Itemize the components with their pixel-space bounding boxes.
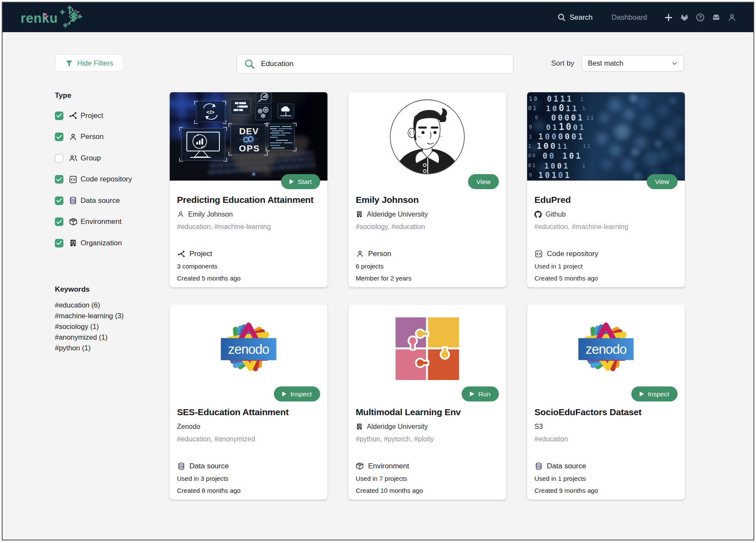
card-body: SocioEduFactors Dataset S3 #education Da… xyxy=(527,393,685,494)
result-title[interactable]: SocioEduFactors Dataset xyxy=(534,407,678,417)
hide-filters-button[interactable]: Hide Filters xyxy=(55,54,123,72)
result-owner-label[interactable]: S3 xyxy=(534,423,543,431)
code-repository-icon xyxy=(69,175,78,184)
code-repository-icon xyxy=(534,250,543,258)
result-owner-label[interactable]: Alderidge University xyxy=(367,211,428,218)
card-body: Predicting Education Attainment Emily Jo… xyxy=(170,181,327,282)
result-detail: 6 projects xyxy=(356,263,499,270)
type-filter-project[interactable]: Project xyxy=(55,111,167,120)
result-title[interactable]: EduPred xyxy=(534,195,678,205)
result-owner-label[interactable]: Zenodo xyxy=(177,423,200,431)
organization-checkbox[interactable] xyxy=(55,239,63,247)
chevron-down-icon xyxy=(672,60,678,66)
result-card-environment[interactable]: Run Multimodal Learning Env Alderidge Un… xyxy=(348,305,506,500)
building-icon xyxy=(356,423,363,430)
gitlab-icon[interactable] xyxy=(680,13,689,22)
result-card-project[interactable]: </> xyxy=(170,92,327,287)
header-icon-group: ? xyxy=(664,13,736,22)
environment-thumbnail xyxy=(348,305,506,393)
data-source-icon xyxy=(177,462,185,470)
search-bar xyxy=(237,54,513,74)
person-checkbox[interactable] xyxy=(55,133,63,141)
result-card-data-source[interactable]: zenodo Inspect SES-Education Attainment xyxy=(170,305,327,500)
data-source-icon xyxy=(69,196,78,205)
result-type-label: Data source xyxy=(189,462,229,471)
search-input[interactable] xyxy=(261,60,492,68)
type-filter-person[interactable]: Person xyxy=(55,133,167,142)
type-filter-group[interactable]: Group xyxy=(55,154,167,163)
type-filter-environment[interactable]: Environment xyxy=(55,217,167,226)
type-filter-label: Project xyxy=(81,112,103,120)
result-title[interactable]: Emily Johnson xyxy=(356,195,499,205)
help-icon[interactable]: ? xyxy=(696,13,705,22)
result-owner: Alderidge University xyxy=(356,422,499,431)
result-detail: Member for 2 years xyxy=(356,275,499,282)
environment-checkbox[interactable] xyxy=(55,217,63,226)
keyword-item[interactable]: #education (6) xyxy=(55,300,167,311)
sort-select-value: Best match xyxy=(588,59,624,67)
keyword-item[interactable]: #anonymized (1) xyxy=(55,332,167,343)
code-repository-checkbox[interactable] xyxy=(55,175,63,184)
app-window: renku xyxy=(2,2,754,540)
result-type-label: Environment xyxy=(368,462,409,471)
result-keywords: #education, #machine-learning xyxy=(177,223,320,231)
keyword-item[interactable]: #machine-learning (3) xyxy=(55,311,167,321)
nav-search[interactable]: Search xyxy=(558,13,593,22)
result-owner-label[interactable]: Alderidge University xyxy=(367,423,428,431)
result-keywords: #sociology, #education xyxy=(356,223,499,231)
result-title[interactable]: SES-Education Attainment xyxy=(177,407,320,417)
result-type: Environment xyxy=(356,462,499,471)
github-icon xyxy=(534,211,542,218)
sort-control: Sort by Best match xyxy=(551,55,684,72)
result-detail: Created 9 months ago xyxy=(534,487,678,494)
data-source-checkbox[interactable] xyxy=(55,196,63,205)
result-card-data-source[interactable]: zenodo Inspect SocioEduFactors Dataset S… xyxy=(527,305,685,500)
inbox-icon[interactable] xyxy=(712,13,720,22)
result-owner: Zenodo xyxy=(177,422,320,431)
nav-search-label: Search xyxy=(570,13,593,22)
result-type: Person xyxy=(356,249,499,258)
hide-filters-label: Hide Filters xyxy=(77,59,113,67)
devops-photo: </> xyxy=(170,92,327,181)
result-owner: S3 xyxy=(534,422,678,431)
result-detail: Created 5 months ago xyxy=(534,275,678,282)
user-icon[interactable] xyxy=(728,13,736,22)
renku-wordmark: renku xyxy=(21,8,58,29)
data-source-icon xyxy=(534,462,543,470)
keyword-item[interactable]: #sociology (1) xyxy=(55,321,167,332)
type-filter-code-repository[interactable]: Code repository xyxy=(55,175,167,184)
result-owner-label[interactable]: Github xyxy=(546,211,566,218)
result-card-code-repository[interactable]: 10 0111 1 01 10011 1 0 00001 11 0 011001… xyxy=(527,92,685,287)
type-heading: Type xyxy=(55,91,167,100)
plus-icon[interactable] xyxy=(664,13,673,22)
project-checkbox[interactable] xyxy=(55,112,63,120)
type-filter-organization[interactable]: Organization xyxy=(55,238,167,247)
funnel-icon xyxy=(66,60,73,67)
keyword-item[interactable]: #python (1) xyxy=(55,343,167,353)
result-card-person[interactable]: View Emily Johnson Alderidge University … xyxy=(348,92,506,287)
result-keywords: #education, #anonymized xyxy=(177,435,320,443)
type-filter-data-source[interactable]: Data source xyxy=(55,196,167,205)
person-icon xyxy=(69,133,78,142)
project-thumbnail: </> xyxy=(170,92,327,181)
environment-icon xyxy=(356,462,364,470)
header-actions: Search Dashboard ? xyxy=(558,3,736,32)
result-owner-label[interactable]: Emily Johnson xyxy=(188,211,233,218)
svg-text:?: ? xyxy=(699,15,702,21)
nav-dashboard[interactable]: Dashboard xyxy=(612,13,647,22)
result-title[interactable]: Predicting Education Attainment xyxy=(177,195,320,205)
result-detail: Created 10 months ago xyxy=(356,487,499,494)
result-title[interactable]: Multimodal Learning Env xyxy=(356,407,499,417)
type-filter-label: Environment xyxy=(81,217,121,226)
result-type: Data source xyxy=(177,462,320,471)
top-navbar: renku xyxy=(3,3,753,32)
sort-select[interactable]: Best match xyxy=(582,55,684,72)
person-avatar xyxy=(348,92,506,181)
search-input-icon xyxy=(244,59,255,69)
project-icon xyxy=(177,250,185,258)
result-detail: 3 components xyxy=(177,263,320,270)
group-checkbox[interactable] xyxy=(55,154,63,163)
keywords-heading: Keywords xyxy=(55,285,167,294)
result-detail: Used in 1 project xyxy=(534,263,678,270)
type-filter-label: Data source xyxy=(81,196,120,205)
